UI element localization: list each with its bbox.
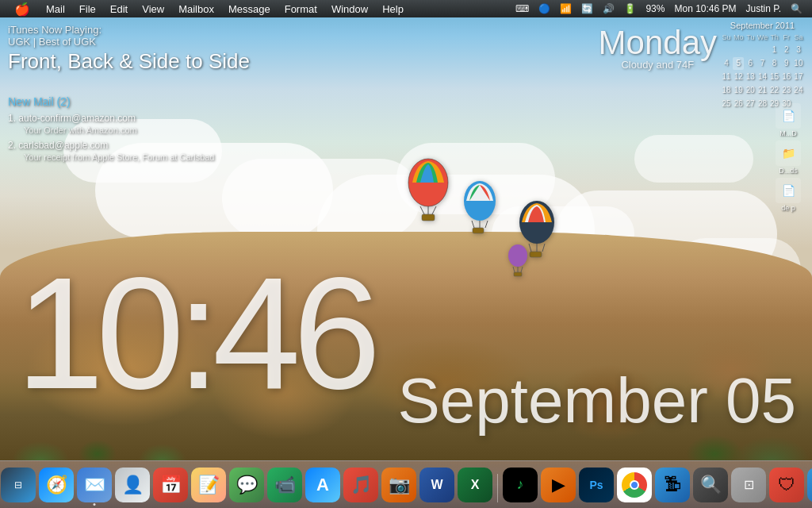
svg-point-15 [508,244,527,267]
menu-edit[interactable]: Edit [104,0,134,17]
dock-photoshop[interactable]: Ps [579,468,614,502]
desktop-icon-1[interactable]: 📄 M...D [764,103,812,137]
mail-item-2-sender: carlsbad@apple.com [18,140,108,151]
cal-day-3: 3 [793,44,804,56]
menubar-left: 🍎 Mail File Edit View Mailbox Message Fo… [0,0,410,17]
svg-line-18 [521,267,523,272]
mail-item-1-number: 1. [8,113,18,124]
menu-window[interactable]: Window [325,0,374,17]
balloon-2 [460,179,500,241]
apple-menu[interactable]: 🍎 [6,0,38,17]
desktop-icon-1-label: M...D [779,129,797,137]
itunes-widget: iTunes Now Playing: UGK | Best of UGK Fr… [8,24,250,74]
wifi-icon: 📶 [557,3,575,14]
menu-file[interactable]: File [73,0,102,17]
dock-spotify[interactable]: ♪ [503,468,538,502]
sync-icon: 🔄 [578,3,596,14]
itunes-artist: UGK | Best of UGK [8,36,250,48]
cal-day-16: 16 [781,71,792,83]
dock-antivirus[interactable]: 🛡 [769,468,804,502]
dock-calendar[interactable]: 📅 [153,468,188,502]
app-name[interactable]: Mail [40,0,71,17]
battery-icon: 🔋 [621,3,639,14]
cal-header-fr: Fr [781,32,792,43]
dock-items: 😊 ⊞ ⊟ 🧭 ✉️ 👤 📅 📝 💬 📹 A 🎵 📷 W X ♪ ▶ Ps [0,464,812,506]
dock-chrome[interactable] [617,468,652,502]
dock-mail-dot [94,503,96,506]
dock-messages[interactable]: 💬 [229,468,264,502]
menu-format[interactable]: Format [278,0,324,17]
cal-header-sa: Sa [793,32,804,43]
calendar-month-year: September 2011 [721,21,804,30]
desktop-icon-2[interactable]: 📁 D...ds [764,140,812,175]
dock-dropbox[interactable]: 📦 [807,468,812,502]
dock-appstore[interactable]: A [305,468,340,502]
dock-contacts[interactable]: 👤 [115,468,150,502]
cal-day-12: 12 [733,71,744,83]
cal-day-23: 23 [781,84,792,97]
cal-header-su: Su [721,32,732,43]
mail-item-1-sender: auto-confirm@amazon.com [18,113,136,124]
dock-itunes[interactable]: 🎵 [343,468,378,502]
dock-vmware[interactable]: ⊡ [731,468,766,502]
dock-quicklook[interactable]: 🔍 [693,468,728,502]
cal-day-22: 22 [769,84,780,97]
mail-header: New Mail (2) [8,95,215,108]
cal-day-19: 19 [733,84,744,97]
svg-line-16 [513,267,515,272]
bluetooth-icon: 🔵 [535,3,553,14]
cal-day-24: 24 [793,84,804,97]
big-clock: 10:46 [16,254,373,413]
cal-header-mo: Mo [733,32,744,43]
cal-day-17: 17 [793,71,804,83]
dock-word[interactable]: W [419,468,454,502]
dock-notes[interactable]: 📝 [191,468,226,502]
dock-mission-control[interactable]: ⊟ [1,468,36,502]
svg-rect-14 [530,252,542,257]
spotlight-icon[interactable]: 🔍 [787,3,806,14]
cal-day-18: 18 [721,84,732,97]
keyboard-icon: ⌨ [512,3,532,14]
dock-excel[interactable]: X [458,468,492,502]
svg-rect-9 [473,228,484,233]
cal-day-empty [721,44,732,56]
menu-help[interactable]: Help [376,0,410,17]
desktop-icons: 📄 M...D 📁 D...ds 📄 de p [764,103,812,212]
desktop-icon-1-img: 📄 [776,103,801,129]
calendar-grid: Su Mo Tu We Th Fr Sa 1 2 3 4 5 6 7 8 9 1… [721,32,804,110]
cal-day-10: 10 [793,57,804,70]
desktop-icon-3-img: 📄 [776,178,801,203]
menu-view[interactable]: View [136,0,170,17]
desktop-icon-2-label: D...ds [779,167,798,175]
menu-mailbox[interactable]: Mailbox [172,0,220,17]
dock-safari[interactable]: 🧭 [39,468,74,502]
mail-item-2: 2. carlsbad@apple.com [8,138,215,152]
cal-day-empty [745,44,756,56]
cal-day-15: 15 [769,71,780,83]
dock-stuffit[interactable]: 🗜 [655,468,690,502]
cal-day-14: 14 [756,71,768,83]
dock-vlc[interactable]: ▶ [541,468,576,502]
desktop-icon-2-img: 📁 [776,140,801,166]
balloon-1 [404,155,452,229]
dock-facetime[interactable]: 📹 [267,468,302,502]
cal-day-27: 27 [745,98,756,110]
menu-message[interactable]: Message [222,0,277,17]
weather-widget: Monday Cloudy and 74F [599,24,717,71]
dock-mail[interactable]: ✉️ [77,468,112,502]
dock-separator [497,474,498,502]
cal-day-8: 8 [769,57,780,70]
dock-iphoto[interactable]: 📷 [381,468,416,502]
cal-day-6: 6 [745,57,756,70]
svg-line-3 [432,206,436,214]
desktop-icon-3[interactable]: 📄 de p [764,178,812,212]
svg-line-6 [472,221,474,228]
menubar: 🍎 Mail File Edit View Mailbox Message Fo… [0,0,812,17]
cal-day-4: 4 [721,57,732,70]
calendar-widget: September 2011 Su Mo Tu We Th Fr Sa 1 2 … [721,21,804,110]
svg-line-13 [542,244,545,252]
cal-day-21: 21 [756,84,768,97]
desktop-icon-3-label: de p [781,204,795,212]
desktop: 🍎 Mail File Edit View Mailbox Message Fo… [0,0,812,508]
cal-day-20: 20 [745,84,756,97]
